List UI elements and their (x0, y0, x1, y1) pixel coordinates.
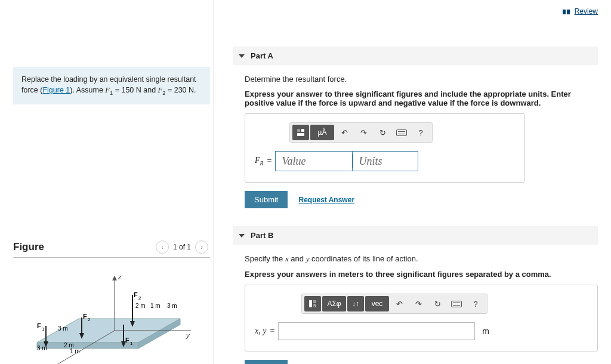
collapse-icon (239, 234, 245, 237)
undo-button[interactable]: ↶ (335, 125, 353, 140)
svg-rect-30 (297, 129, 300, 132)
review-link[interactable]: Review (575, 7, 598, 16)
figure-prev-button[interactable]: ‹ (156, 240, 169, 254)
review-icon (563, 10, 570, 14)
svg-text:3 m: 3 m (58, 325, 68, 332)
svg-text:F: F (37, 322, 41, 329)
part-b-line1: Specify the x and y coordinates of its l… (245, 254, 598, 264)
undo-button[interactable]: ↶ (390, 296, 408, 311)
svg-text:F: F (125, 337, 129, 344)
template-icon[interactable]: 5 (304, 296, 321, 311)
problem-text-2: ). Assume (70, 86, 105, 94)
part-a-request-answer[interactable]: Request Answer (298, 196, 354, 204)
axis-z: z (118, 273, 122, 280)
svg-text:3 m: 3 m (167, 303, 177, 309)
f1-symbol: F (105, 86, 110, 94)
part-a-submit-row: Submit Request Answer (245, 191, 598, 208)
svg-text:1: 1 (42, 326, 45, 332)
part-b-body: Specify the x and y coordinates of its l… (233, 254, 598, 364)
part-a-answer-box: µÅ ↶ ↷ ↻ ? FR = Value Units (245, 113, 525, 183)
reset-button[interactable]: ↻ (428, 296, 446, 311)
part-b-input-row: x, y = m (255, 322, 588, 340)
fr-label: FR (255, 156, 264, 166)
part-b-header[interactable]: Part B (233, 226, 598, 245)
greek-button[interactable]: ΑΣφ (322, 296, 346, 311)
figure-header: Figure ‹ 1 of 1 › (13, 240, 210, 258)
keyboard-button[interactable] (393, 125, 411, 140)
part-a-line1: Determine the resultant force. (245, 75, 598, 84)
help-button[interactable]: ? (412, 125, 430, 140)
svg-rect-32 (297, 133, 304, 136)
problem-statement: Replace the loading by an equivalent sin… (13, 67, 210, 104)
svg-text:3 m: 3 m (37, 345, 47, 351)
part-a-toolbar: µÅ ↶ ↷ ↻ ? (289, 122, 433, 143)
svg-marker-4 (112, 276, 117, 280)
template-icon[interactable] (292, 125, 309, 140)
svg-text:1 m: 1 m (150, 303, 161, 309)
part-a-title: Part A (251, 51, 273, 60)
part-a-input-row: FR = Value Units (255, 151, 515, 171)
column-divider (214, 0, 214, 364)
part-b-title: Part B (251, 231, 273, 240)
svg-text:1 m: 1 m (70, 348, 80, 354)
part-b-toolbar: 5 ΑΣφ ↓↑ vec ↶ ↷ ↻ ? (301, 294, 487, 314)
svg-text:F: F (134, 291, 138, 298)
xy-label: x, y (255, 326, 266, 336)
svg-text:2: 2 (88, 317, 91, 322)
units-button[interactable]: µÅ (310, 125, 334, 140)
equals-sign: = (267, 156, 272, 166)
figure-title: Figure (13, 241, 154, 253)
part-a-body: Determine the resultant force. Express y… (233, 75, 598, 226)
svg-text:F: F (83, 313, 87, 320)
right-column: Part A Determine the resultant force. Ex… (233, 47, 598, 364)
vec-button[interactable]: vec (365, 296, 389, 311)
problem-text-3: = 150 N and (113, 86, 158, 94)
figure-count: 1 of 1 (173, 243, 191, 251)
part-b-submit-row: Submit Request Answer (245, 360, 598, 364)
redo-button[interactable]: ↷ (354, 125, 372, 140)
svg-rect-31 (301, 129, 304, 132)
problem-text-4: = 230 N. (165, 86, 196, 94)
svg-text:2: 2 (138, 295, 141, 301)
value-input[interactable]: Value (275, 151, 353, 171)
collapse-icon (239, 54, 245, 58)
reset-button[interactable]: ↻ (374, 125, 391, 140)
equals-sign: = (270, 326, 274, 336)
svg-text:5: 5 (313, 303, 316, 308)
svg-text:2 m: 2 m (135, 303, 146, 309)
part-a-header[interactable]: Part A (233, 47, 598, 65)
svg-text:1: 1 (130, 341, 133, 346)
left-column: Replace the loading by an equivalent sin… (13, 0, 210, 364)
part-a-submit-button[interactable]: Submit (245, 191, 288, 208)
unit-m: m (482, 326, 489, 336)
part-b-line2: Express your answers in meters to three … (245, 270, 598, 279)
keyboard-icon (451, 301, 462, 307)
svg-rect-33 (309, 300, 312, 307)
review-link-wrap: Review (563, 7, 598, 16)
figure-link[interactable]: Figure 1 (42, 86, 70, 94)
figure-next-button[interactable]: › (195, 240, 208, 254)
redo-button[interactable]: ↷ (409, 296, 427, 311)
part-a-line2: Express your answer to three significant… (245, 90, 598, 107)
axis-y: y (186, 332, 190, 339)
part-b-answer-box: 5 ΑΣφ ↓↑ vec ↶ ↷ ↻ ? x, y = m (245, 285, 598, 351)
part-b-submit-button[interactable]: Submit (245, 360, 288, 364)
xy-input[interactable] (278, 322, 475, 340)
keyboard-button[interactable] (448, 296, 465, 311)
figure-diagram: z y F2 F2 F1 F1 3 m 2 m 1 m 3 m 3 m 2 m (13, 271, 192, 364)
help-button[interactable]: ? (467, 296, 485, 311)
keyboard-icon (396, 129, 407, 136)
updown-button[interactable]: ↓↑ (347, 296, 364, 311)
units-input[interactable]: Units (353, 151, 418, 171)
